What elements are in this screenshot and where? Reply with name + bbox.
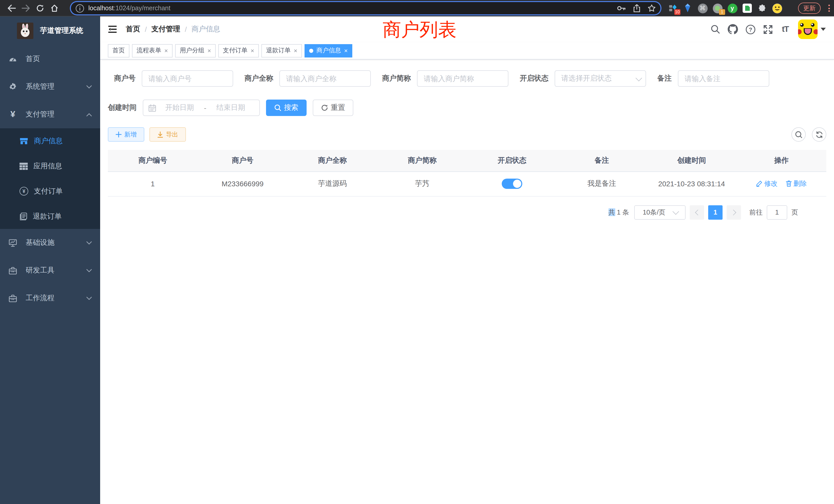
merchant-name-label: 商户全称: [244, 74, 273, 83]
prev-page-button[interactable]: [690, 205, 704, 220]
sidebar-logo[interactable]: 芋道管理系统: [0, 17, 100, 45]
breadcrumb: 首页 / 支付管理 / 商户信息: [126, 25, 220, 34]
bookmark-star-button[interactable]: [648, 4, 656, 12]
pay-submenu: 商户信息 应用信息 ¥ 支付订单 退款订单: [0, 128, 100, 229]
add-button[interactable]: 新增: [108, 127, 144, 142]
sidebar-toggle-icon[interactable]: [107, 24, 117, 35]
extension-y-icon[interactable]: y: [727, 3, 738, 13]
browser-chrome: localhost:1024/pay/merchant 10 ⌘: [0, 0, 834, 17]
short-name-input[interactable]: [417, 70, 508, 87]
merchant-name-input[interactable]: [279, 70, 371, 87]
extension-badge: 1: [719, 9, 725, 15]
extension-proxy-icon[interactable]: 1: [712, 3, 723, 13]
delete-link[interactable]: 删除: [786, 179, 807, 188]
annotation-text: 商户列表: [382, 18, 457, 43]
help-button[interactable]: ?: [742, 17, 759, 42]
remark-input[interactable]: [678, 70, 769, 87]
page-size-select[interactable]: 10条/页: [634, 205, 686, 220]
extensions-menu-button[interactable]: [757, 3, 767, 13]
tab-refund-order[interactable]: 退款订单 ×: [261, 44, 302, 57]
toolbox-icon: [9, 267, 17, 274]
browser-forward-button[interactable]: [19, 2, 33, 14]
col-merchant-id: 商户编号: [108, 150, 198, 171]
font-size-button[interactable]: tT: [776, 17, 794, 42]
header-search-button[interactable]: [707, 17, 724, 42]
url-path: :1024/pay/merchant: [114, 5, 171, 12]
next-page-button[interactable]: [727, 205, 741, 220]
sidebar-item-devtools[interactable]: 研发工具: [0, 257, 100, 284]
arrow-left-icon: [7, 4, 16, 12]
document-icon: [20, 212, 27, 221]
search-button[interactable]: 搜索: [266, 99, 307, 116]
fullscreen-button[interactable]: [759, 17, 776, 42]
sidebar-item-home[interactable]: 首页: [0, 45, 100, 73]
browser-update-button[interactable]: 更新: [798, 3, 821, 14]
refresh-table-button[interactable]: [812, 127, 826, 142]
sidebar-item-system[interactable]: 系统管理: [0, 73, 100, 100]
browser-menu-button[interactable]: [828, 4, 830, 13]
col-actions: 操作: [737, 150, 826, 171]
sidebar-item-workflow[interactable]: 工作流程: [0, 284, 100, 312]
page-number-button[interactable]: 1: [708, 205, 723, 220]
col-status: 开启状态: [467, 150, 557, 171]
cell-short-name: 芋艿: [377, 171, 467, 196]
sidebar-item-app-info[interactable]: 应用信息: [0, 154, 100, 179]
sidebar-item-infra[interactable]: 基础设施: [0, 229, 100, 257]
merchant-table: 商户编号 商户号 商户全称 商户简称 开启状态 备注 创建时间 操作 1 M23…: [108, 150, 826, 196]
toggle-search-button[interactable]: [791, 127, 806, 142]
profile-avatar-button[interactable]: [772, 3, 782, 13]
extension-notes-icon[interactable]: [742, 3, 752, 13]
breadcrumb-pay[interactable]: 支付管理: [152, 25, 180, 34]
user-avatar[interactable]: [798, 20, 817, 39]
status-select[interactable]: 请选择开启状态: [555, 70, 646, 87]
goto-page-input[interactable]: [767, 205, 787, 220]
extension-tabs-icon[interactable]: 10: [667, 3, 678, 13]
avatar-caret-icon[interactable]: [821, 28, 826, 31]
browser-back-button[interactable]: [4, 2, 19, 14]
tab-process-form[interactable]: 流程表单 ×: [132, 44, 173, 57]
chevron-right-icon: [730, 209, 736, 215]
sidebar-item-pay[interactable]: ¥ 支付管理: [0, 100, 100, 128]
avatar-mouth: [804, 28, 812, 35]
tab-close-icon[interactable]: ×: [250, 47, 254, 54]
merchant-no-input[interactable]: [142, 70, 233, 87]
tab-close-icon[interactable]: ×: [294, 47, 297, 54]
share-button[interactable]: [633, 4, 640, 12]
sidebar-item-label: 系统管理: [26, 82, 86, 91]
sidebar-item-merchant-info[interactable]: 商户信息: [0, 128, 100, 154]
sidebar-item-pay-order[interactable]: ¥ 支付订单: [0, 179, 100, 204]
tab-close-icon[interactable]: ×: [344, 47, 348, 54]
export-button[interactable]: 导出: [150, 127, 186, 142]
tab-close-icon[interactable]: ×: [207, 47, 211, 54]
status-toggle[interactable]: [502, 179, 522, 189]
sidebar-item-refund-order[interactable]: 退款订单: [0, 204, 100, 229]
col-short-name: 商户简称: [377, 150, 467, 171]
address-bar[interactable]: localhost:1024/pay/merchant: [71, 2, 660, 14]
browser-reload-button[interactable]: [33, 2, 47, 14]
sidebar-item-label: 支付订单: [34, 187, 92, 196]
top-navbar: 首页 / 支付管理 / 商户信息 ? t: [100, 17, 834, 42]
app-title: 芋道管理系统: [40, 26, 83, 36]
cell-create-time: 2021-10-23 08:31:14: [647, 171, 737, 196]
extension-command-icon[interactable]: ⌘: [697, 3, 708, 13]
merchant-no-label: 商户号: [114, 74, 136, 83]
browser-home-button[interactable]: [47, 2, 62, 14]
password-key-button[interactable]: [617, 5, 626, 11]
create-time-range-picker[interactable]: 开始日期 - 结束日期: [143, 99, 260, 116]
y-circle-icon: y: [727, 3, 737, 13]
github-link-button[interactable]: [724, 17, 742, 42]
chevron-down-icon: [672, 208, 679, 214]
tab-pay-order[interactable]: 支付订单 ×: [218, 44, 259, 57]
total-suffix: 条: [622, 208, 629, 216]
edit-link[interactable]: 修改: [756, 179, 777, 188]
tab-label: 商户信息: [316, 46, 341, 55]
delete-link-label: 删除: [793, 179, 807, 188]
extension-gem-icon[interactable]: [682, 3, 693, 13]
breadcrumb-home[interactable]: 首页: [126, 25, 140, 34]
tab-close-icon[interactable]: ×: [164, 47, 168, 54]
chevron-left-icon: [695, 209, 701, 215]
tab-home[interactable]: 首页: [108, 44, 129, 57]
tab-user-group[interactable]: 用户分组 ×: [175, 44, 216, 57]
tab-merchant-info[interactable]: 商户信息 ×: [305, 44, 352, 57]
reset-button[interactable]: 重置: [313, 99, 353, 116]
